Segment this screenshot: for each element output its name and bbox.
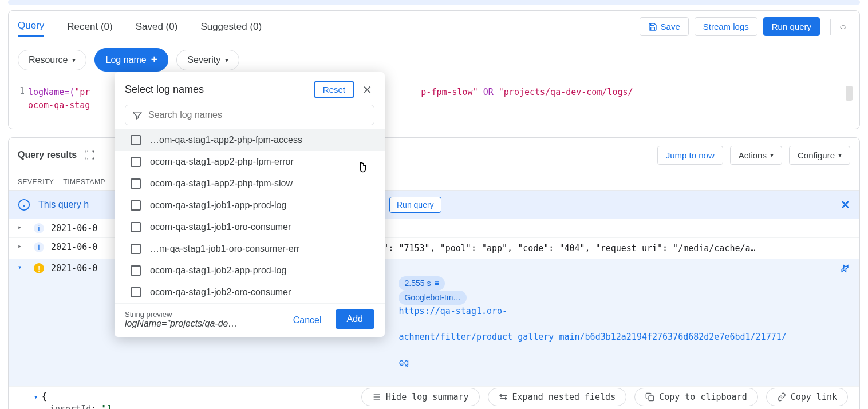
results-title: Query results [18, 150, 77, 160]
expand-fields-button[interactable]: Expand nested fields [488, 388, 627, 406]
logname-text: ocom-qa-stag1-app2-php-fpm-error [150, 157, 294, 167]
resource-chip[interactable]: Resource ▾ [18, 50, 86, 70]
checkbox[interactable] [131, 178, 141, 189]
logname-text: …om-qa-stag1-app2-php-fpm-access [150, 135, 302, 145]
close-icon[interactable]: ✕ [360, 83, 374, 97]
save-button[interactable]: Save [640, 17, 689, 36]
checkbox[interactable] [131, 135, 141, 145]
severity-chip[interactable]: Severity ▾ [176, 50, 239, 70]
checkbox[interactable] [131, 244, 141, 254]
logname-chip[interactable]: Log name + [94, 48, 168, 72]
close-icon[interactable]: ✕ [841, 198, 850, 212]
checkbox[interactable] [131, 157, 141, 167]
log-summary: 2.555 s≡ Googlebot-Im… https://qa-stag1.… [368, 263, 832, 382]
stream-button[interactable]: Stream logs [695, 17, 757, 36]
fullscreen-icon[interactable] [85, 150, 95, 160]
tab-recent[interactable]: Recent (0) [67, 18, 112, 36]
expand-icon [499, 392, 508, 402]
save-label: Save [661, 22, 680, 31]
banner-run-query-button[interactable]: Run query [389, 197, 441, 213]
logname-text: ocom-qa-stag1-job1-oro-consumer [150, 222, 291, 232]
plus-icon: + [151, 53, 158, 66]
expand-icon[interactable]: ▸ [18, 223, 27, 231]
actions-button[interactable]: Actions ▾ [730, 146, 782, 165]
resource-label: Resource [29, 55, 68, 65]
tab-query[interactable]: Query [18, 17, 44, 37]
search-input[interactable] [148, 110, 367, 120]
chevron-down-icon: ▾ [770, 151, 774, 159]
logname-option[interactable]: ocom-qa-stag1-app2-php-fpm-slow [115, 173, 385, 194]
logname-label: Log name [105, 55, 146, 65]
bars-icon: ≡ [434, 277, 439, 289]
chevron-down-icon: ▾ [838, 151, 842, 159]
pin-icon[interactable] [839, 263, 850, 275]
checkbox[interactable] [131, 222, 141, 232]
log-summary: pid": "7153", "pool": "app", "code": "40… [368, 242, 850, 255]
logname-option[interactable]: …om-qa-stag1-app2-php-fpm-access [115, 129, 385, 151]
logname-option[interactable]: ocom-qa-stag1-app2-php-fpm-error [115, 151, 385, 173]
timestamp: 2021-06-0 [51, 242, 97, 252]
search-input-wrapper[interactable] [125, 105, 374, 125]
checkbox[interactable] [131, 265, 141, 276]
logname-option[interactable]: ocom-qa-stag1-job2-app-prod-log [115, 260, 385, 281]
logname-option[interactable]: ocom-qa-stag1-job2-oro-consumer [115, 281, 385, 303]
logname-option[interactable]: ocom-qa-stag1-job1-oro-consumer [115, 216, 385, 238]
add-button[interactable]: Add [336, 309, 374, 329]
checkbox[interactable] [131, 287, 141, 297]
logname-text: ocom-qa-stag1-app2-php-fpm-slow [150, 178, 293, 189]
tab-suggested[interactable]: Suggested (0) [200, 18, 262, 36]
chevron-down-icon: ﹀ [840, 27, 847, 31]
json-expanded: Hide log summary Expand nested fields Co… [9, 387, 859, 410]
chevron-down-icon: ▾ [225, 56, 228, 64]
latency-pill[interactable]: 2.555 s≡ [399, 276, 444, 291]
line-number: 1 [15, 86, 28, 113]
expand-icon[interactable]: ▸ [18, 242, 27, 250]
request-url[interactable]: https://qa-stag1.oro- [399, 306, 507, 316]
link-icon [777, 392, 786, 402]
list-icon [372, 392, 381, 402]
logname-list[interactable]: …om-qa-stag1-app2-php-fpm-access ocom-qa… [115, 129, 385, 303]
copy-icon [645, 392, 654, 402]
scrollbar[interactable] [846, 86, 853, 101]
severity-label: Severity [187, 55, 220, 65]
severity-info-icon: i [34, 242, 44, 252]
logname-text: ocom-qa-stag1-job1-app-prod-log [150, 200, 286, 211]
hide-label: Hide log summary [386, 392, 469, 402]
timestamp: 2021-06-0 [51, 263, 97, 273]
logname-option[interactable]: ocom-qa-stag1-job1-app-prod-log [115, 194, 385, 216]
hide-summary-button[interactable]: Hide log summary [361, 388, 480, 406]
configure-label: Configure [798, 150, 835, 160]
preview-label: String preview [125, 310, 279, 319]
actions-label: Actions [739, 150, 767, 160]
chevron-down-icon: ▾ [72, 56, 76, 64]
request-url-cont: eg [399, 358, 409, 368]
run-query-button[interactable]: Run query [763, 17, 820, 36]
jump-to-now-button[interactable]: Jump to now [657, 146, 723, 165]
save-icon [648, 22, 657, 31]
column-severity: SEVERITY [18, 178, 54, 186]
reset-button[interactable]: Reset [314, 81, 354, 98]
popover-title: Select log names [125, 84, 204, 96]
collapse-icon[interactable]: ▾ [18, 263, 27, 271]
logname-popover: Select log names Reset ✕ …om-qa-stag1-ap… [115, 72, 385, 337]
tab-saved[interactable]: Saved (0) [136, 18, 178, 36]
request-url-cont: achment/filter/product_gallery_main/b6d3… [399, 332, 786, 342]
cancel-button[interactable]: Cancel [287, 312, 328, 329]
copy-label: Copy to clipboard [659, 392, 747, 402]
expand-collapse-toggle[interactable]: ︿ ﹀ [837, 22, 850, 31]
copy-clipboard-button[interactable]: Copy to clipboard [634, 388, 758, 406]
checkbox[interactable] [131, 200, 141, 211]
useragent-pill[interactable]: Googlebot-Im… [399, 291, 467, 305]
banner-text: This query h [38, 200, 89, 210]
info-icon [18, 198, 30, 211]
severity-warning-icon: ! [34, 263, 44, 273]
filter-icon [132, 110, 143, 120]
column-timestamp: TIMESTAMP [63, 178, 105, 186]
configure-button[interactable]: Configure ▾ [789, 146, 850, 165]
logname-option[interactable]: …m-qa-stag1-job1-oro-consumer-err [115, 238, 385, 260]
preview-text: logName="projects/qa-de… [125, 319, 279, 329]
timestamp: 2021-06-0 [51, 223, 97, 233]
logname-text: ocom-qa-stag1-job2-oro-consumer [150, 287, 291, 297]
logname-text: …m-qa-stag1-job1-oro-consumer-err [150, 244, 299, 254]
copy-link-button[interactable]: Copy link [766, 388, 848, 406]
